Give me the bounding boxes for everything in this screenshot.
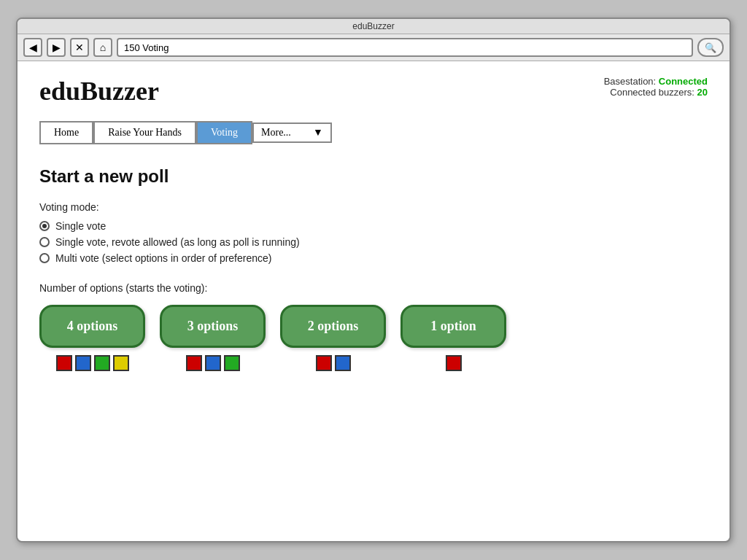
square-blue bbox=[75, 355, 91, 371]
square-blue bbox=[335, 355, 351, 371]
radio-label-revote: Single vote, revote allowed (as long as … bbox=[55, 236, 300, 248]
dropdown-icon: ▼ bbox=[313, 127, 323, 139]
square-red bbox=[186, 355, 202, 371]
basestation-value: Connected bbox=[659, 76, 708, 87]
tab-home[interactable]: Home bbox=[39, 121, 93, 144]
radio-single-vote[interactable]: Single vote bbox=[39, 220, 708, 232]
square-red bbox=[446, 355, 462, 371]
tab-more[interactable]: More... ▼ bbox=[252, 122, 332, 143]
option-btn-2[interactable]: 2 options bbox=[280, 305, 386, 348]
browser-title: eduBuzzer bbox=[352, 21, 394, 31]
home-button[interactable]: ⌂ bbox=[93, 38, 112, 57]
browser-titlebar: eduBuzzer bbox=[18, 19, 729, 34]
forward-button[interactable]: ▶ bbox=[47, 38, 66, 57]
voting-mode-radio-group: Single vote Single vote, revote allowed … bbox=[39, 220, 708, 264]
square-blue bbox=[205, 355, 221, 371]
radio-label-multi: Multi vote (select options in order of p… bbox=[55, 252, 271, 264]
section-title: Start a new poll bbox=[39, 166, 708, 187]
basestation-status: Basestation: Connected bbox=[604, 76, 708, 87]
color-squares-2 bbox=[316, 355, 351, 371]
buzzers-status: Connected buzzers: 20 bbox=[604, 87, 708, 98]
browser-content: eduBuzzer Basestation: Connected Connect… bbox=[18, 61, 729, 541]
tab-voting[interactable]: Voting bbox=[196, 121, 252, 144]
close-button[interactable]: ✕ bbox=[70, 38, 89, 57]
radio-circle-single-vote bbox=[39, 221, 50, 231]
page-header: eduBuzzer Basestation: Connected Connect… bbox=[39, 76, 708, 106]
radio-multi-vote[interactable]: Multi vote (select options in order of p… bbox=[39, 252, 708, 264]
browser-window: eduBuzzer ◀ ▶ ✕ ⌂ 🔍 eduBuzzer Basestatio… bbox=[16, 18, 731, 542]
radio-circle-multi bbox=[39, 253, 50, 263]
options-label: Number of options (starts the voting): bbox=[39, 282, 708, 294]
back-button[interactable]: ◀ bbox=[23, 38, 42, 57]
voting-mode-label: Voting mode: bbox=[39, 201, 708, 213]
square-green bbox=[224, 355, 240, 371]
square-red bbox=[56, 355, 72, 371]
radio-label-single-vote: Single vote bbox=[55, 220, 106, 232]
address-bar[interactable] bbox=[117, 38, 693, 57]
options-grid: 4 options 3 options 2 options bbox=[39, 305, 708, 371]
buzzers-value: 20 bbox=[697, 87, 708, 98]
browser-toolbar: ◀ ▶ ✕ ⌂ 🔍 bbox=[18, 34, 729, 61]
color-squares-3 bbox=[186, 355, 240, 371]
option-btn-1[interactable]: 1 option bbox=[400, 305, 506, 348]
status-panel: Basestation: Connected Connected buzzers… bbox=[604, 76, 708, 98]
square-yellow bbox=[113, 355, 129, 371]
buzzers-label: Connected buzzers: bbox=[610, 87, 694, 98]
option-btn-4[interactable]: 4 options bbox=[39, 305, 145, 348]
color-squares-4 bbox=[56, 355, 129, 371]
option-btn-3[interactable]: 3 options bbox=[160, 305, 266, 348]
tab-more-label: More... bbox=[261, 127, 291, 139]
square-green bbox=[94, 355, 110, 371]
option-group-1: 1 option bbox=[400, 305, 506, 371]
app-title: eduBuzzer bbox=[39, 76, 159, 106]
option-group-3: 3 options bbox=[160, 305, 266, 371]
search-button[interactable]: 🔍 bbox=[697, 38, 724, 57]
basestation-label: Basestation: bbox=[604, 76, 657, 87]
radio-circle-revote bbox=[39, 237, 50, 247]
option-group-2: 2 options bbox=[280, 305, 386, 371]
option-group-4: 4 options bbox=[39, 305, 145, 371]
radio-single-vote-revote[interactable]: Single vote, revote allowed (as long as … bbox=[39, 236, 708, 248]
square-red bbox=[316, 355, 332, 371]
color-squares-1 bbox=[446, 355, 462, 371]
tab-raise-your-hands[interactable]: Raise Your Hands bbox=[93, 121, 196, 144]
nav-tabs: Home Raise Your Hands Voting More... ▼ bbox=[39, 121, 708, 144]
